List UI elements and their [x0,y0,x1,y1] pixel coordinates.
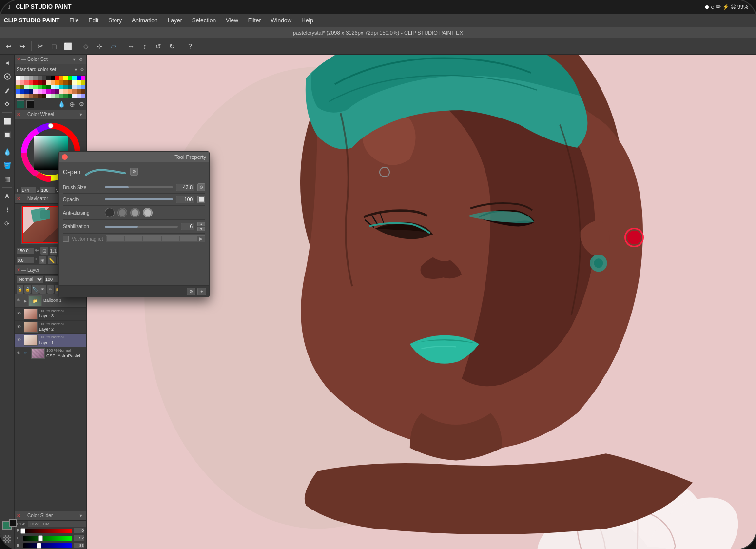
swatch-cell[interactable] [33,89,38,94]
vector-opt-1[interactable] [107,236,124,241]
toolbar-redo[interactable]: ↪ [17,40,28,52]
color-set-options[interactable]: ⚙ [79,101,84,108]
swatch-cell[interactable] [46,85,51,89]
swatch-cell[interactable] [20,85,24,89]
swatch-cell[interactable] [81,80,85,85]
brush-size-slider-container[interactable] [105,183,173,191]
menu-help[interactable]: Help [297,16,317,25]
color-set-minimize[interactable]: — [21,57,26,62]
fg-swatch[interactable] [17,100,24,108]
swatch-cell[interactable] [24,80,29,85]
swatch-cell[interactable] [33,76,38,80]
swatch-cell[interactable] [38,94,42,98]
color-set-menu[interactable]: ▼ [71,56,78,63]
menu-story[interactable]: Story [104,16,126,25]
eyedropper-icon[interactable]: 💧 [58,101,65,108]
navigator-close[interactable]: ✕ [17,196,20,201]
opacity-slider-container[interactable] [105,196,173,203]
slider-track-b[interactable] [23,543,72,548]
blend-mode-select[interactable]: Normal Multiply Screen Overlay [17,276,43,283]
toolbar-rotate-l[interactable]: ↺ [153,40,164,52]
vector-opt-2[interactable] [125,236,143,241]
layer-expand-balloon1[interactable]: ▶ [24,299,27,303]
menu-animation[interactable]: Animation [128,16,161,25]
slider-value-r[interactable] [74,528,84,533]
swatch-cell[interactable] [68,89,72,94]
layer-item-layer2[interactable]: 👁 100 % Normal Layer 2 [15,321,86,334]
toolbar-cut[interactable]: ✂ [35,40,46,52]
toolbar-select-rect[interactable]: ⊹ [94,40,105,52]
tool-lasso[interactable]: 🔲 [1,128,14,141]
swatch-cell[interactable] [72,85,77,89]
layer-draft[interactable]: ✏ [47,285,54,294]
swatch-cell[interactable] [46,80,51,85]
menu-file[interactable]: File [65,16,82,25]
toolbar-flip-v[interactable]: ↕ [139,40,151,52]
sat-input[interactable]: 100 [40,187,55,193]
swatch-cell[interactable] [29,94,33,98]
swatch-cell[interactable] [51,80,55,85]
swatch-cell[interactable] [46,94,51,98]
swatch-cell[interactable] [68,94,72,98]
color-wheel-close[interactable]: ✕ [17,112,20,117]
vector-checkbox[interactable] [63,236,69,242]
dialog-add-btn[interactable]: + [197,288,206,295]
slider-tab-cm[interactable]: CM [41,521,52,527]
color-wheel-menu[interactable]: ▼ [78,111,84,118]
aa-option-0[interactable] [105,208,115,217]
toolbar-transform[interactable]: ◇ [80,40,92,52]
swatch-cell[interactable] [42,80,46,85]
swatch-cell[interactable] [72,89,77,94]
tool-operation[interactable]: ⟳ [1,217,14,230]
menu-edit[interactable]: Edit [85,16,103,25]
swatch-cell[interactable] [16,94,20,98]
slider-track-g[interactable] [23,536,72,541]
color-slider-close[interactable]: ✕ [17,513,20,518]
dialog-titlebar[interactable]: Tool Property [59,152,209,162]
swatch-cell[interactable] [59,94,63,98]
dialog-settings-btn[interactable]: ⚙ [187,288,195,295]
swatch-cell[interactable] [68,85,72,89]
toolbar-paste[interactable]: ⬜ [62,40,74,52]
swatch-cell[interactable] [16,89,20,94]
swatch-cell[interactable] [51,89,55,94]
brush-size-settings[interactable]: ⚙ [197,183,205,191]
transparent-color[interactable] [3,535,11,543]
swatch-cell[interactable] [20,80,24,85]
toolbar-select-lasso[interactable]: ▱ [107,40,119,52]
swatch-cell[interactable] [42,85,46,89]
menu-view[interactable]: View [222,16,242,25]
layer-item-layer1[interactable]: 👁 100 % Normal Layer 1 [15,334,86,347]
swatch-cell[interactable] [55,85,59,89]
swatch-cell[interactable] [42,89,46,94]
slider-tab-rgb[interactable]: RGB [15,521,28,527]
background-color[interactable] [9,519,17,527]
stabilization-slider-container[interactable] [105,223,178,231]
swatch-cell[interactable] [29,76,33,80]
tool-fill[interactable]: 🪣 [1,159,14,172]
swatch-cell[interactable] [16,85,20,89]
swatch-cell[interactable] [63,85,68,89]
swatch-cell[interactable] [59,85,63,89]
swatch-cell[interactable] [51,76,55,80]
toolbar-undo[interactable]: ↩ [3,40,15,52]
layer-close[interactable]: ✕ [17,267,20,273]
navigator-minimize[interactable]: — [21,196,26,201]
tool-vector[interactable]: ⌇ [1,203,14,216]
toolbar-rotate-r[interactable]: ↻ [166,40,178,52]
swatch-cell[interactable] [72,94,77,98]
vector-opt-3[interactable] [143,236,161,241]
tool-text[interactable]: A [1,190,14,202]
color-slider-menu[interactable]: ▼ [78,512,84,519]
swatch-cell[interactable] [55,76,59,80]
stabilization-track[interactable] [105,226,178,228]
layer-visibility-layer2[interactable]: 👁 [17,324,22,330]
swatch-cell[interactable] [38,85,42,89]
rotation-input[interactable] [17,257,34,263]
swatch-cell[interactable] [42,76,46,80]
swatch-cell[interactable] [20,89,24,94]
swatch-cell[interactable] [81,94,85,98]
stab-up[interactable]: ▲ [197,222,205,226]
tool-move[interactable]: ✥ [1,98,14,110]
color-set-settings[interactable]: ⚙ [78,56,84,63]
